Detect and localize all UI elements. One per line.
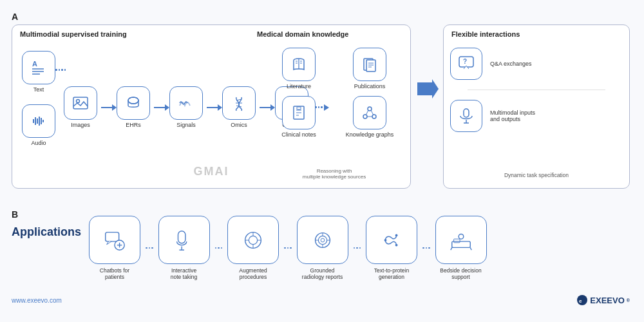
app-connector-2 — [215, 247, 223, 249]
qa-icon: ? — [450, 48, 482, 80]
publications-label: Publications — [354, 83, 386, 90]
svg-rect-50 — [178, 231, 185, 243]
training-title: Multimodial supervised training — [20, 30, 127, 38]
svg-point-71 — [459, 234, 464, 239]
section-label-b: B — [12, 209, 18, 220]
svg-rect-70 — [453, 239, 460, 243]
radiology-icon — [297, 216, 348, 264]
ehrs-icon-box: EHRs — [117, 86, 150, 128]
images-icon-box: Images — [64, 86, 97, 128]
ehrs-label: EHRs — [126, 122, 141, 128]
augmented-icon — [227, 216, 279, 264]
signals-icon — [169, 86, 203, 120]
svg-rect-43 — [464, 109, 469, 117]
svg-line-72 — [450, 247, 451, 250]
radiology-label: Groundedradiology reports — [302, 267, 343, 280]
flexible-box: Flexible interactions ? Q&A exchanges — [443, 24, 630, 189]
svg-text:e: e — [579, 298, 582, 304]
svg-point-35 — [363, 115, 367, 118]
note-icon — [158, 216, 210, 264]
note-label: Interactivenote taking — [171, 267, 198, 280]
publications-icon — [353, 48, 386, 81]
gmai-label: GMAI — [194, 165, 229, 178]
knowledge-graphs-label: Knowledge graphs — [346, 131, 394, 138]
augmented-label: Augmentedprocedures — [239, 267, 267, 280]
svg-line-37 — [366, 110, 368, 115]
svg-text:?: ? — [463, 58, 467, 65]
audio-label: Audio — [31, 140, 46, 146]
app-connector-3 — [284, 247, 292, 249]
svg-text:A: A — [32, 60, 37, 68]
dotted-connector-1 — [55, 69, 66, 71]
text-label: Text — [33, 86, 44, 93]
svg-rect-24 — [366, 60, 375, 71]
app-chatbot: Chatbots forpatients — [89, 216, 140, 280]
svg-point-61 — [321, 238, 325, 242]
svg-point-67 — [395, 234, 398, 236]
apps-row: Chatbots forpatients Interactivenote tak… — [89, 216, 487, 280]
qa-label: Q&A exchanges — [490, 61, 532, 67]
arrow-3 — [207, 107, 218, 108]
literature-label: Literature — [287, 83, 311, 90]
svg-rect-69 — [451, 241, 470, 247]
signals-label: Signals — [176, 122, 196, 128]
knowledge-grid: Literature Pub — [267, 48, 402, 138]
svg-point-15 — [128, 97, 138, 104]
ehrs-icon — [117, 86, 150, 120]
svg-point-66 — [384, 239, 387, 242]
multimodal-label: Multimodal inputsand outputs — [490, 109, 535, 122]
bedside-label: Bedside decisionsupport — [440, 267, 481, 280]
omics-label: Omics — [231, 122, 247, 128]
flexible-title: Flexible interactions — [451, 30, 520, 38]
svg-point-54 — [249, 236, 257, 244]
app-connector-4 — [354, 247, 361, 249]
images-label: Images — [71, 122, 90, 128]
big-arrow — [414, 76, 440, 102]
left-icons: A Text — [22, 51, 55, 146]
literature-icon-box: Literature — [267, 48, 331, 90]
arrow-1 — [101, 107, 113, 108]
svg-rect-46 — [106, 232, 119, 241]
reasoning-text: Reasoning withmultiple knowledge sources — [303, 168, 366, 180]
svg-point-36 — [372, 115, 376, 118]
svg-rect-33 — [297, 107, 301, 109]
arrow-2 — [154, 107, 166, 108]
flex-divider-1 — [468, 90, 605, 90]
literature-icon — [282, 48, 316, 81]
dynamic-task-text: Dynamic task specification — [504, 172, 569, 178]
knowledge-graphs-icon-box: Knowledge graphs — [337, 96, 402, 138]
app-protein: Text-to-proteingeneration — [366, 216, 417, 280]
protein-label: Text-to-proteingeneration — [374, 267, 409, 280]
svg-line-38 — [371, 110, 374, 115]
audio-icon-box: Audio — [22, 104, 55, 146]
chatbot-label: Chatbots forpatients — [100, 267, 129, 280]
microphone-item: Multimodal inputsand outputs — [450, 100, 623, 132]
website-text: www.exeevo.com — [12, 297, 62, 304]
section-label-a: A — [12, 12, 18, 22]
svg-line-73 — [470, 247, 471, 250]
svg-point-60 — [318, 236, 327, 244]
svg-point-13 — [77, 100, 80, 103]
signals-icon-box: Signals — [169, 86, 203, 128]
omics-icon-box: Omics — [222, 86, 256, 128]
svg-marker-40 — [417, 79, 439, 99]
app-connector-1 — [146, 247, 153, 249]
svg-point-68 — [395, 243, 398, 246]
text-icon-box: A Text — [22, 51, 55, 93]
app-radiology: Groundedradiology reports — [297, 216, 348, 280]
app-connector-5 — [422, 247, 430, 249]
company-name: EXEEVO — [590, 296, 624, 305]
main-container: A Multimodial supervised training Medica… — [0, 0, 644, 322]
microphone-icon — [450, 100, 482, 132]
knowledge-graphs-icon — [353, 96, 386, 129]
bedside-icon — [435, 216, 487, 264]
knowledge-section: Literature Pub — [267, 44, 402, 180]
section-b: B Applications Chatbots forpatients — [12, 209, 630, 309]
knowledge-title: Medical domain knowledge — [257, 30, 348, 38]
app-bedside: Bedside decisionsupport — [435, 216, 487, 280]
flexible-content: ? Q&A exchanges — [444, 48, 629, 132]
images-icon — [64, 86, 97, 120]
clinical-label: Clinical notes — [281, 131, 316, 138]
clinical-icon-box: Clinical notes — [267, 96, 331, 138]
section-a: A Multimodial supervised training Medica… — [12, 12, 630, 198]
